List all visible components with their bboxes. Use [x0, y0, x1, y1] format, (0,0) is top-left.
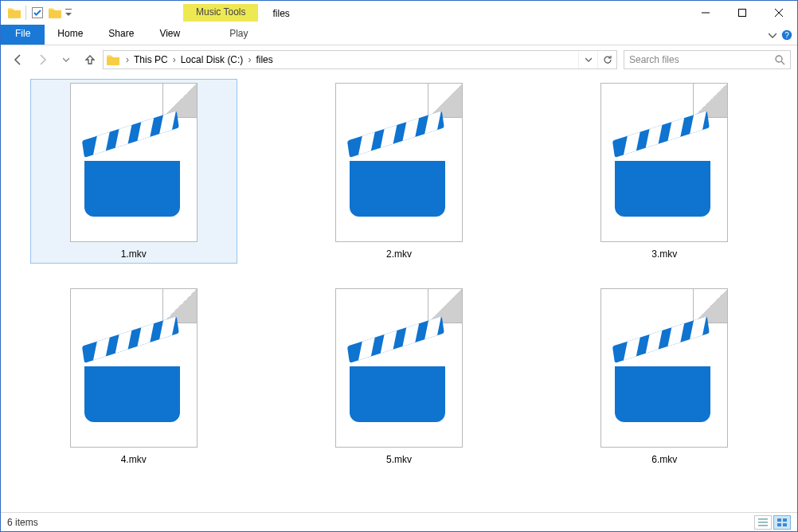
breadcrumb-segment[interactable]: files: [254, 54, 274, 65]
up-button[interactable]: [84, 53, 96, 66]
window-controls: [687, 1, 797, 25]
file-name: 6.mkv: [651, 454, 677, 465]
address-dropdown-icon[interactable]: [578, 51, 597, 68]
folder-icon: [6, 4, 23, 22]
file-item[interactable]: 2.mkv: [295, 79, 503, 264]
status-bar: 6 items: [1, 512, 797, 531]
svg-rect-13: [783, 523, 787, 526]
svg-rect-8: [758, 522, 768, 523]
video-file-icon: [335, 83, 463, 242]
file-item[interactable]: 6.mkv: [561, 284, 768, 469]
video-file-icon: [70, 288, 198, 448]
breadcrumb-segment[interactable]: Local Disk (C:): [179, 54, 245, 65]
checkbox-icon[interactable]: [29, 4, 46, 22]
tab-home[interactable]: Home: [45, 25, 96, 45]
window-title: files: [272, 6, 289, 19]
tab-file[interactable]: File: [1, 25, 45, 45]
video-file-icon: [335, 288, 463, 448]
folder-icon: [46, 4, 64, 22]
file-view[interactable]: 1.mkv2.mkv3.mkv4.mkv5.mkv6.mkv: [1, 74, 797, 512]
video-file-icon: [70, 83, 198, 242]
tab-view[interactable]: View: [147, 25, 193, 45]
ribbon-context-music-tools: Music Tools: [183, 4, 258, 22]
folder-icon: [104, 54, 123, 65]
file-name: 2.mkv: [386, 248, 412, 260]
titlebar: Music Tools files: [1, 1, 797, 25]
chevron-right-icon[interactable]: ›: [170, 54, 179, 65]
details-view-button[interactable]: [754, 515, 772, 530]
history-dropdown-icon[interactable]: [63, 57, 69, 63]
svg-rect-11: [783, 518, 787, 522]
video-file-icon: [600, 288, 728, 448]
file-name: 5.mkv: [386, 454, 412, 465]
file-item[interactable]: 1.mkv: [30, 79, 237, 264]
svg-rect-2: [702, 13, 710, 14]
video-file-icon: [600, 83, 728, 242]
ribbon-expand-icon[interactable]: [769, 31, 776, 39]
file-item[interactable]: 3.mkv: [561, 79, 768, 264]
file-item[interactable]: 4.mkv: [30, 284, 237, 469]
navigation-bar: › This PC › Local Disk (C:) › files Sear…: [1, 45, 797, 74]
breadcrumb-segment[interactable]: This PC: [132, 54, 170, 65]
svg-rect-3: [739, 10, 746, 17]
svg-text:?: ?: [784, 31, 789, 40]
tab-share[interactable]: Share: [96, 25, 147, 45]
help-icon[interactable]: ?: [781, 29, 792, 41]
file-name: 1.mkv: [121, 248, 147, 260]
close-button[interactable]: [761, 1, 797, 25]
search-placeholder: Search files: [629, 54, 679, 65]
chevron-right-icon[interactable]: ›: [123, 54, 132, 65]
search-input[interactable]: Search files: [624, 50, 791, 69]
svg-rect-7: [758, 518, 768, 520]
qat-dropdown-icon[interactable]: [64, 4, 73, 22]
svg-point-6: [776, 56, 782, 62]
file-name: 4.mkv: [121, 454, 147, 465]
file-name: 3.mkv: [651, 248, 677, 260]
separator: [25, 6, 26, 20]
file-item[interactable]: 5.mkv: [295, 284, 503, 469]
large-icons-view-button[interactable]: [773, 515, 791, 530]
svg-rect-12: [777, 523, 781, 526]
chevron-right-icon[interactable]: ›: [244, 54, 254, 65]
svg-rect-10: [777, 518, 781, 522]
tab-play[interactable]: Play: [217, 25, 260, 45]
status-text: 6 items: [7, 517, 38, 528]
quick-access-toolbar: [1, 4, 73, 22]
svg-rect-9: [758, 525, 768, 526]
refresh-button[interactable]: [597, 51, 616, 68]
ribbon-tabs: File Home Share View Play ?: [1, 25, 797, 45]
forward-button[interactable]: [36, 53, 49, 66]
address-bar[interactable]: › This PC › Local Disk (C:) › files: [103, 50, 617, 69]
maximize-button[interactable]: [724, 1, 761, 25]
minimize-button[interactable]: [687, 1, 724, 25]
search-icon: [775, 55, 785, 65]
svg-rect-1: [65, 9, 72, 10]
back-button[interactable]: [12, 53, 25, 66]
